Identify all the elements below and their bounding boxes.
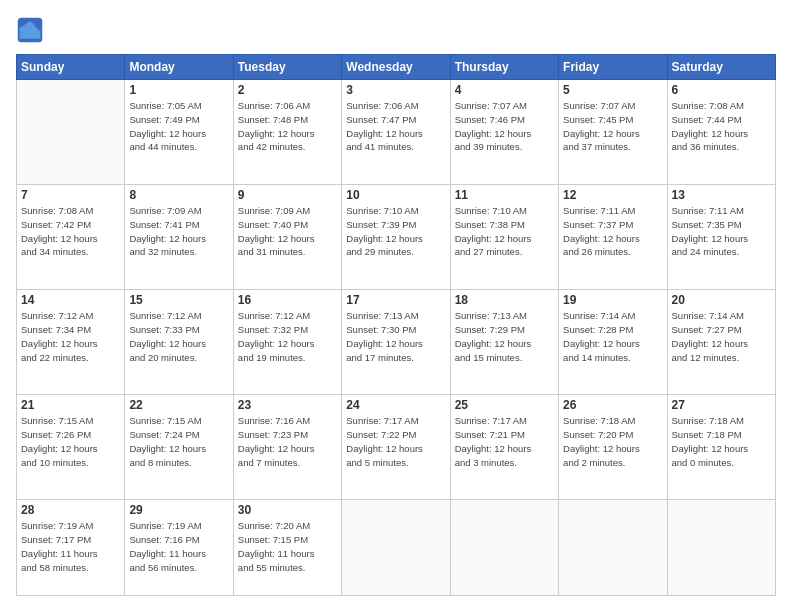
- calendar-cell: 6Sunrise: 7:08 AM Sunset: 7:44 PM Daylig…: [667, 80, 775, 185]
- day-info: Sunrise: 7:18 AM Sunset: 7:20 PM Dayligh…: [563, 414, 662, 469]
- day-number: 17: [346, 293, 445, 307]
- day-number: 26: [563, 398, 662, 412]
- weekday-header-saturday: Saturday: [667, 55, 775, 80]
- calendar-week-row: 28Sunrise: 7:19 AM Sunset: 7:17 PM Dayli…: [17, 500, 776, 596]
- day-number: 5: [563, 83, 662, 97]
- weekday-header-thursday: Thursday: [450, 55, 558, 80]
- day-number: 16: [238, 293, 337, 307]
- calendar-cell: 28Sunrise: 7:19 AM Sunset: 7:17 PM Dayli…: [17, 500, 125, 596]
- day-info: Sunrise: 7:06 AM Sunset: 7:48 PM Dayligh…: [238, 99, 337, 154]
- day-info: Sunrise: 7:08 AM Sunset: 7:44 PM Dayligh…: [672, 99, 771, 154]
- calendar-week-row: 21Sunrise: 7:15 AM Sunset: 7:26 PM Dayli…: [17, 395, 776, 500]
- logo: [16, 16, 48, 44]
- day-info: Sunrise: 7:16 AM Sunset: 7:23 PM Dayligh…: [238, 414, 337, 469]
- day-number: 28: [21, 503, 120, 517]
- calendar-cell: 19Sunrise: 7:14 AM Sunset: 7:28 PM Dayli…: [559, 290, 667, 395]
- day-info: Sunrise: 7:11 AM Sunset: 7:35 PM Dayligh…: [672, 204, 771, 259]
- day-info: Sunrise: 7:19 AM Sunset: 7:16 PM Dayligh…: [129, 519, 228, 574]
- day-number: 27: [672, 398, 771, 412]
- day-info: Sunrise: 7:08 AM Sunset: 7:42 PM Dayligh…: [21, 204, 120, 259]
- day-number: 11: [455, 188, 554, 202]
- day-number: 10: [346, 188, 445, 202]
- calendar-cell: 1Sunrise: 7:05 AM Sunset: 7:49 PM Daylig…: [125, 80, 233, 185]
- day-info: Sunrise: 7:09 AM Sunset: 7:40 PM Dayligh…: [238, 204, 337, 259]
- day-info: Sunrise: 7:11 AM Sunset: 7:37 PM Dayligh…: [563, 204, 662, 259]
- day-number: 22: [129, 398, 228, 412]
- calendar-cell: [667, 500, 775, 596]
- day-info: Sunrise: 7:13 AM Sunset: 7:30 PM Dayligh…: [346, 309, 445, 364]
- calendar-week-row: 1Sunrise: 7:05 AM Sunset: 7:49 PM Daylig…: [17, 80, 776, 185]
- day-info: Sunrise: 7:12 AM Sunset: 7:32 PM Dayligh…: [238, 309, 337, 364]
- day-number: 30: [238, 503, 337, 517]
- calendar-cell: 10Sunrise: 7:10 AM Sunset: 7:39 PM Dayli…: [342, 185, 450, 290]
- day-number: 20: [672, 293, 771, 307]
- calendar-cell: 27Sunrise: 7:18 AM Sunset: 7:18 PM Dayli…: [667, 395, 775, 500]
- day-info: Sunrise: 7:14 AM Sunset: 7:28 PM Dayligh…: [563, 309, 662, 364]
- calendar-cell: 14Sunrise: 7:12 AM Sunset: 7:34 PM Dayli…: [17, 290, 125, 395]
- day-number: 8: [129, 188, 228, 202]
- calendar-cell: [559, 500, 667, 596]
- calendar-cell: 20Sunrise: 7:14 AM Sunset: 7:27 PM Dayli…: [667, 290, 775, 395]
- calendar-cell: 26Sunrise: 7:18 AM Sunset: 7:20 PM Dayli…: [559, 395, 667, 500]
- day-info: Sunrise: 7:12 AM Sunset: 7:34 PM Dayligh…: [21, 309, 120, 364]
- calendar-cell: 21Sunrise: 7:15 AM Sunset: 7:26 PM Dayli…: [17, 395, 125, 500]
- calendar-cell: 16Sunrise: 7:12 AM Sunset: 7:32 PM Dayli…: [233, 290, 341, 395]
- day-number: 14: [21, 293, 120, 307]
- calendar-cell: 17Sunrise: 7:13 AM Sunset: 7:30 PM Dayli…: [342, 290, 450, 395]
- weekday-header-wednesday: Wednesday: [342, 55, 450, 80]
- day-number: 9: [238, 188, 337, 202]
- day-number: 21: [21, 398, 120, 412]
- day-info: Sunrise: 7:13 AM Sunset: 7:29 PM Dayligh…: [455, 309, 554, 364]
- calendar-cell: 24Sunrise: 7:17 AM Sunset: 7:22 PM Dayli…: [342, 395, 450, 500]
- day-info: Sunrise: 7:10 AM Sunset: 7:39 PM Dayligh…: [346, 204, 445, 259]
- calendar-cell: [17, 80, 125, 185]
- day-info: Sunrise: 7:19 AM Sunset: 7:17 PM Dayligh…: [21, 519, 120, 574]
- calendar-week-row: 14Sunrise: 7:12 AM Sunset: 7:34 PM Dayli…: [17, 290, 776, 395]
- calendar-cell: 12Sunrise: 7:11 AM Sunset: 7:37 PM Dayli…: [559, 185, 667, 290]
- day-info: Sunrise: 7:15 AM Sunset: 7:26 PM Dayligh…: [21, 414, 120, 469]
- day-number: 12: [563, 188, 662, 202]
- day-number: 3: [346, 83, 445, 97]
- calendar-cell: 3Sunrise: 7:06 AM Sunset: 7:47 PM Daylig…: [342, 80, 450, 185]
- calendar-cell: 29Sunrise: 7:19 AM Sunset: 7:16 PM Dayli…: [125, 500, 233, 596]
- calendar-cell: 8Sunrise: 7:09 AM Sunset: 7:41 PM Daylig…: [125, 185, 233, 290]
- day-number: 2: [238, 83, 337, 97]
- calendar-cell: [342, 500, 450, 596]
- day-number: 4: [455, 83, 554, 97]
- day-info: Sunrise: 7:12 AM Sunset: 7:33 PM Dayligh…: [129, 309, 228, 364]
- day-number: 6: [672, 83, 771, 97]
- day-info: Sunrise: 7:07 AM Sunset: 7:46 PM Dayligh…: [455, 99, 554, 154]
- day-info: Sunrise: 7:20 AM Sunset: 7:15 PM Dayligh…: [238, 519, 337, 574]
- day-number: 18: [455, 293, 554, 307]
- calendar-cell: 4Sunrise: 7:07 AM Sunset: 7:46 PM Daylig…: [450, 80, 558, 185]
- day-number: 1: [129, 83, 228, 97]
- calendar-cell: 7Sunrise: 7:08 AM Sunset: 7:42 PM Daylig…: [17, 185, 125, 290]
- day-info: Sunrise: 7:15 AM Sunset: 7:24 PM Dayligh…: [129, 414, 228, 469]
- day-info: Sunrise: 7:10 AM Sunset: 7:38 PM Dayligh…: [455, 204, 554, 259]
- day-number: 29: [129, 503, 228, 517]
- header: [16, 16, 776, 44]
- calendar-cell: 22Sunrise: 7:15 AM Sunset: 7:24 PM Dayli…: [125, 395, 233, 500]
- day-number: 24: [346, 398, 445, 412]
- calendar-table: SundayMondayTuesdayWednesdayThursdayFrid…: [16, 54, 776, 596]
- weekday-header-friday: Friday: [559, 55, 667, 80]
- page: SundayMondayTuesdayWednesdayThursdayFrid…: [0, 0, 792, 612]
- day-info: Sunrise: 7:17 AM Sunset: 7:22 PM Dayligh…: [346, 414, 445, 469]
- calendar-cell: 5Sunrise: 7:07 AM Sunset: 7:45 PM Daylig…: [559, 80, 667, 185]
- calendar-week-row: 7Sunrise: 7:08 AM Sunset: 7:42 PM Daylig…: [17, 185, 776, 290]
- day-number: 13: [672, 188, 771, 202]
- day-info: Sunrise: 7:07 AM Sunset: 7:45 PM Dayligh…: [563, 99, 662, 154]
- calendar-cell: 25Sunrise: 7:17 AM Sunset: 7:21 PM Dayli…: [450, 395, 558, 500]
- day-number: 19: [563, 293, 662, 307]
- day-number: 25: [455, 398, 554, 412]
- day-number: 7: [21, 188, 120, 202]
- day-info: Sunrise: 7:14 AM Sunset: 7:27 PM Dayligh…: [672, 309, 771, 364]
- calendar-cell: 23Sunrise: 7:16 AM Sunset: 7:23 PM Dayli…: [233, 395, 341, 500]
- day-number: 15: [129, 293, 228, 307]
- day-info: Sunrise: 7:05 AM Sunset: 7:49 PM Dayligh…: [129, 99, 228, 154]
- day-number: 23: [238, 398, 337, 412]
- day-info: Sunrise: 7:09 AM Sunset: 7:41 PM Dayligh…: [129, 204, 228, 259]
- calendar-cell: 15Sunrise: 7:12 AM Sunset: 7:33 PM Dayli…: [125, 290, 233, 395]
- logo-icon: [16, 16, 44, 44]
- weekday-header-sunday: Sunday: [17, 55, 125, 80]
